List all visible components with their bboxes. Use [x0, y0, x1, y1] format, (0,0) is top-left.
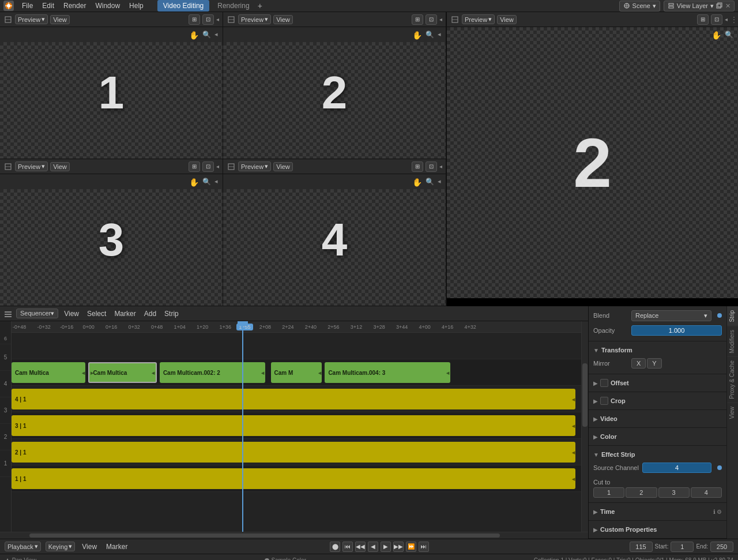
- effect-strip-header[interactable]: ▼ Effect Strip: [593, 448, 722, 461]
- source-channel-input[interactable]: 4: [642, 463, 711, 473]
- mirror-x-button[interactable]: X: [631, 358, 646, 369]
- vp1-display-mode[interactable]: ⊞: [189, 14, 200, 25]
- vp1-aspect-mode[interactable]: ⊡: [202, 14, 214, 25]
- vp2-aspect-mode[interactable]: ⊡: [426, 14, 437, 25]
- prev-frame-btn[interactable]: ◀: [368, 542, 378, 552]
- vp-large-preview-dropdown[interactable]: Preview▾: [462, 14, 495, 24]
- clip-5-1[interactable]: Cam Multica ◂: [12, 362, 85, 383]
- offset-checkbox[interactable]: [600, 379, 608, 387]
- vp2-view-dropdown[interactable]: View: [273, 15, 293, 24]
- play-btn[interactable]: ▶: [381, 542, 391, 552]
- vp2-expand[interactable]: ◂: [439, 16, 442, 22]
- vp1-pan-icon[interactable]: ✋: [189, 31, 199, 40]
- vp4-view-dropdown[interactable]: View: [273, 162, 293, 171]
- opacity-input[interactable]: 1.000: [631, 325, 722, 336]
- add-workspace-button[interactable]: +: [258, 1, 262, 10]
- clip-5-4[interactable]: Cam M ◂: [271, 362, 322, 383]
- clip-5-5[interactable]: Cam Multicam.004: 3 ◂: [325, 362, 450, 383]
- vp4-display-mode[interactable]: ⊞: [412, 161, 423, 172]
- jump-start-btn[interactable]: ⏮: [342, 542, 353, 552]
- menu-window[interactable]: Window: [93, 1, 122, 11]
- side-tab-proxy-cache[interactable]: Proxy & Cache: [727, 356, 738, 403]
- vp2-zoom-icon[interactable]: 🔍: [426, 31, 434, 40]
- vscroll-bar[interactable]: [582, 363, 588, 427]
- playback-dropdown[interactable]: Playback ▾: [5, 542, 41, 551]
- vp-large-expand[interactable]: ◂: [725, 16, 728, 22]
- vp4-zoom-icon[interactable]: 🔍: [426, 178, 434, 187]
- menu-edit[interactable]: Edit: [40, 1, 57, 11]
- vp4-collapse[interactable]: ◂: [438, 178, 441, 187]
- vp1-zoom-icon[interactable]: 🔍: [202, 31, 211, 40]
- mirror-y-button[interactable]: Y: [647, 358, 661, 369]
- vp2-pan-icon[interactable]: ✋: [412, 31, 422, 40]
- time-header[interactable]: ▶ Time ℹ ⚙: [593, 505, 722, 518]
- vp-large-aspect-mode[interactable]: ⊡: [711, 14, 722, 25]
- workspace-tab-video-editing[interactable]: Video Editing: [157, 0, 210, 12]
- clip-4-1[interactable]: 4 | 1 ◂: [12, 389, 575, 409]
- vp3-collapse[interactable]: ◂: [214, 178, 218, 187]
- keyframe-dot-btn[interactable]: ⬤: [330, 542, 340, 552]
- bottom-view[interactable]: View: [80, 542, 99, 552]
- vp1-view-dropdown[interactable]: View: [50, 15, 70, 24]
- seq-menu-marker[interactable]: Marker: [112, 309, 138, 319]
- vp4-pan-icon[interactable]: ✋: [412, 178, 422, 187]
- clip-3-1[interactable]: 3 | 1 ◂: [12, 415, 575, 436]
- workspace-tab-rendering[interactable]: Rendering: [212, 0, 255, 12]
- next-keyframe-btn[interactable]: ⏩: [406, 542, 416, 552]
- vp3-display-mode[interactable]: ⊞: [189, 161, 200, 172]
- side-tab-view[interactable]: View: [727, 403, 738, 423]
- vp4-preview-dropdown[interactable]: Preview▾: [238, 161, 271, 171]
- vp3-preview-dropdown[interactable]: Preview▾: [15, 161, 48, 171]
- vp-large-zoom-icon[interactable]: 🔍: [725, 31, 733, 40]
- current-frame-input[interactable]: [630, 542, 653, 552]
- seq-menu-strip[interactable]: Strip: [162, 309, 181, 319]
- vp1-expand[interactable]: ◂: [216, 16, 219, 22]
- vp-large-resize-handle[interactable]: ⋮: [730, 14, 735, 25]
- keying-dropdown[interactable]: Keying ▾: [46, 542, 76, 551]
- video-header[interactable]: ▶ Video: [593, 412, 722, 425]
- offset-header[interactable]: ▶ Offset: [593, 377, 722, 389]
- menu-file[interactable]: File: [20, 1, 35, 11]
- vp-large-view-dropdown[interactable]: View: [497, 15, 517, 24]
- seq-menu-add[interactable]: Add: [142, 309, 159, 319]
- seq-menu-select[interactable]: Select: [85, 309, 108, 319]
- side-tab-strip[interactable]: Strip: [727, 306, 738, 326]
- vp3-aspect-mode[interactable]: ⊡: [202, 161, 214, 172]
- bottom-marker[interactable]: Marker: [104, 542, 130, 552]
- crop-header[interactable]: ▶ Crop: [593, 394, 722, 407]
- prev-keyframe-btn[interactable]: ◀◀: [355, 542, 366, 552]
- vp3-expand[interactable]: ◂: [216, 163, 219, 170]
- vp1-preview-dropdown[interactable]: Preview▾: [15, 14, 48, 24]
- custom-properties-header[interactable]: ▶ Custom Properties: [593, 523, 722, 536]
- vp2-preview-dropdown[interactable]: Preview▾: [238, 14, 271, 24]
- next-frame-btn[interactable]: ▶▶: [393, 542, 404, 552]
- vp3-pan-icon[interactable]: ✋: [189, 178, 199, 187]
- cut-to-4[interactable]: 4: [691, 487, 722, 498]
- vp4-expand[interactable]: ◂: [439, 163, 442, 170]
- crop-checkbox[interactable]: [600, 397, 608, 405]
- scene-selector[interactable]: Scene ▾: [619, 1, 660, 12]
- transform-header[interactable]: ▼ Transform: [593, 344, 722, 356]
- side-tab-modifiers[interactable]: Modifiers: [727, 326, 738, 357]
- clip-5-2[interactable]: ▸ Cam Multica ◂: [88, 362, 157, 383]
- vp1-collapse[interactable]: ◂: [214, 31, 218, 40]
- vp3-view-dropdown[interactable]: View: [50, 162, 70, 171]
- playhead[interactable]: [242, 321, 243, 532]
- clip-5-3[interactable]: Cam Multicam.002: 2 ◂: [160, 362, 265, 383]
- vp3-zoom-icon[interactable]: 🔍: [202, 178, 211, 187]
- cut-to-1[interactable]: 1: [593, 487, 624, 498]
- clip-1-1[interactable]: 1 | 1 ◂: [12, 468, 575, 489]
- seq-menu-view[interactable]: View: [62, 309, 81, 319]
- hscroll-bar[interactable]: [29, 533, 500, 538]
- blend-dropdown[interactable]: Replace ▾: [631, 310, 711, 321]
- vp2-collapse[interactable]: ◂: [438, 31, 441, 40]
- vp-large-pan-icon[interactable]: ✋: [711, 31, 721, 40]
- vp4-aspect-mode[interactable]: ⊡: [426, 161, 437, 172]
- start-frame-input[interactable]: [671, 542, 694, 552]
- sequencer-type-dropdown[interactable]: Sequencer▾: [16, 309, 58, 318]
- color-header[interactable]: ▶ Color: [593, 430, 722, 443]
- menu-help[interactable]: Help: [127, 1, 146, 11]
- cut-to-2[interactable]: 2: [626, 487, 657, 498]
- view-layer-selector[interactable]: View Layer ▾ ✕: [664, 1, 735, 12]
- cut-to-3[interactable]: 3: [658, 487, 690, 498]
